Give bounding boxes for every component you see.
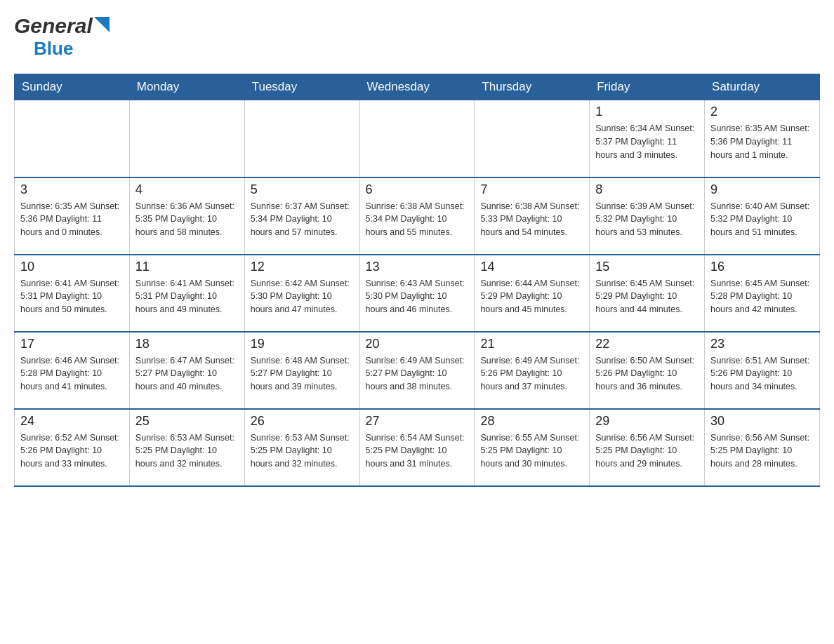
day-info: Sunrise: 6:44 AM Sunset: 5:29 PM Dayligh…: [480, 277, 583, 316]
day-number: 23: [710, 337, 814, 351]
col-header-wednesday: Wednesday: [359, 74, 475, 100]
day-info: Sunrise: 6:41 AM Sunset: 5:31 PM Dayligh…: [20, 277, 124, 316]
day-cell: 11Sunrise: 6:41 AM Sunset: 5:31 PM Dayli…: [129, 255, 244, 332]
day-number: 3: [20, 182, 124, 197]
day-info: Sunrise: 6:39 AM Sunset: 5:32 PM Dayligh…: [595, 200, 699, 239]
day-cell: 18Sunrise: 6:47 AM Sunset: 5:27 PM Dayli…: [129, 332, 244, 409]
day-cell: 25Sunrise: 6:53 AM Sunset: 5:25 PM Dayli…: [129, 409, 244, 486]
day-cell: 16Sunrise: 6:45 AM Sunset: 5:28 PM Dayli…: [705, 255, 820, 332]
week-row-5: 24Sunrise: 6:52 AM Sunset: 5:26 PM Dayli…: [15, 409, 820, 486]
day-cell: 29Sunrise: 6:56 AM Sunset: 5:25 PM Dayli…: [590, 409, 705, 486]
day-cell: 6Sunrise: 6:38 AM Sunset: 5:34 PM Daylig…: [359, 177, 475, 255]
day-info: Sunrise: 6:45 AM Sunset: 5:28 PM Dayligh…: [710, 277, 814, 316]
day-number: 24: [20, 414, 124, 429]
day-info: Sunrise: 6:34 AM Sunset: 5:37 PM Dayligh…: [595, 122, 699, 161]
day-info: Sunrise: 6:38 AM Sunset: 5:33 PM Dayligh…: [480, 200, 583, 239]
day-cell: 27Sunrise: 6:54 AM Sunset: 5:25 PM Dayli…: [359, 409, 475, 486]
day-cell: [244, 100, 359, 177]
day-number: 25: [135, 414, 239, 429]
day-number: 27: [366, 414, 469, 429]
day-number: 11: [135, 260, 239, 274]
day-cell: [129, 100, 244, 177]
col-header-sunday: Sunday: [15, 74, 130, 100]
day-info: Sunrise: 6:36 AM Sunset: 5:35 PM Dayligh…: [135, 200, 239, 239]
day-number: 5: [251, 182, 354, 197]
day-info: Sunrise: 6:53 AM Sunset: 5:25 PM Dayligh…: [135, 431, 239, 471]
day-info: Sunrise: 6:50 AM Sunset: 5:26 PM Dayligh…: [595, 354, 699, 394]
day-cell: 20Sunrise: 6:49 AM Sunset: 5:27 PM Dayli…: [359, 332, 475, 409]
day-info: Sunrise: 6:48 AM Sunset: 5:27 PM Dayligh…: [251, 354, 354, 394]
day-number: 30: [710, 414, 814, 429]
day-number: 10: [20, 260, 124, 274]
day-cell: 30Sunrise: 6:56 AM Sunset: 5:25 PM Dayli…: [705, 409, 820, 486]
day-info: Sunrise: 6:41 AM Sunset: 5:31 PM Dayligh…: [135, 277, 239, 316]
day-info: Sunrise: 6:56 AM Sunset: 5:25 PM Dayligh…: [595, 431, 699, 471]
week-row-4: 17Sunrise: 6:46 AM Sunset: 5:28 PM Dayli…: [15, 332, 820, 409]
col-header-monday: Monday: [129, 74, 244, 100]
calendar-header-row: SundayMondayTuesdayWednesdayThursdayFrid…: [15, 74, 820, 100]
day-cell: [15, 100, 130, 177]
day-cell: 14Sunrise: 6:44 AM Sunset: 5:29 PM Dayli…: [475, 255, 590, 332]
day-cell: 28Sunrise: 6:55 AM Sunset: 5:25 PM Dayli…: [475, 409, 590, 486]
day-cell: 22Sunrise: 6:50 AM Sunset: 5:26 PM Dayli…: [590, 332, 705, 409]
day-number: 17: [20, 337, 124, 351]
day-info: Sunrise: 6:49 AM Sunset: 5:26 PM Dayligh…: [480, 354, 583, 394]
day-cell: 21Sunrise: 6:49 AM Sunset: 5:26 PM Dayli…: [475, 332, 590, 409]
day-cell: 13Sunrise: 6:43 AM Sunset: 5:30 PM Dayli…: [359, 255, 475, 332]
logo: General Blue: [14, 14, 110, 60]
day-number: 29: [595, 414, 699, 429]
col-header-friday: Friday: [590, 74, 705, 100]
svg-marker-0: [94, 17, 110, 32]
day-number: 2: [710, 105, 814, 119]
day-cell: [359, 100, 475, 177]
day-number: 7: [480, 182, 583, 197]
day-cell: 17Sunrise: 6:46 AM Sunset: 5:28 PM Dayli…: [15, 332, 130, 409]
day-number: 12: [251, 260, 354, 274]
day-number: 9: [710, 182, 814, 197]
day-info: Sunrise: 6:43 AM Sunset: 5:30 PM Dayligh…: [366, 277, 469, 316]
day-number: 4: [135, 182, 239, 197]
day-number: 28: [480, 414, 583, 429]
day-number: 22: [595, 337, 699, 351]
day-info: Sunrise: 6:47 AM Sunset: 5:27 PM Dayligh…: [135, 354, 239, 394]
day-info: Sunrise: 6:45 AM Sunset: 5:29 PM Dayligh…: [595, 277, 699, 316]
page-header: General Blue: [14, 14, 820, 60]
day-info: Sunrise: 6:38 AM Sunset: 5:34 PM Dayligh…: [366, 200, 469, 239]
day-cell: 3Sunrise: 6:35 AM Sunset: 5:36 PM Daylig…: [15, 177, 130, 255]
day-info: Sunrise: 6:37 AM Sunset: 5:34 PM Dayligh…: [251, 200, 354, 239]
day-info: Sunrise: 6:49 AM Sunset: 5:27 PM Dayligh…: [366, 354, 469, 394]
day-info: Sunrise: 6:35 AM Sunset: 5:36 PM Dayligh…: [20, 200, 124, 239]
day-number: 15: [595, 260, 699, 274]
day-number: 21: [480, 337, 583, 351]
day-cell: 5Sunrise: 6:37 AM Sunset: 5:34 PM Daylig…: [244, 177, 359, 255]
day-number: 19: [251, 337, 354, 351]
day-number: 20: [366, 337, 469, 351]
day-info: Sunrise: 6:40 AM Sunset: 5:32 PM Dayligh…: [710, 200, 814, 239]
day-cell: 1Sunrise: 6:34 AM Sunset: 5:37 PM Daylig…: [590, 100, 705, 177]
day-cell: 12Sunrise: 6:42 AM Sunset: 5:30 PM Dayli…: [244, 255, 359, 332]
day-info: Sunrise: 6:53 AM Sunset: 5:25 PM Dayligh…: [251, 431, 354, 471]
day-info: Sunrise: 6:52 AM Sunset: 5:26 PM Dayligh…: [20, 431, 124, 471]
day-cell: 15Sunrise: 6:45 AM Sunset: 5:29 PM Dayli…: [590, 255, 705, 332]
day-info: Sunrise: 6:56 AM Sunset: 5:25 PM Dayligh…: [710, 431, 814, 471]
week-row-1: 1Sunrise: 6:34 AM Sunset: 5:37 PM Daylig…: [15, 100, 820, 177]
logo-blue-text: Blue: [34, 38, 73, 60]
day-cell: 4Sunrise: 6:36 AM Sunset: 5:35 PM Daylig…: [129, 177, 244, 255]
day-info: Sunrise: 6:54 AM Sunset: 5:25 PM Dayligh…: [366, 431, 469, 471]
calendar-table: SundayMondayTuesdayWednesdayThursdayFrid…: [14, 74, 820, 487]
day-number: 26: [251, 414, 354, 429]
day-info: Sunrise: 6:42 AM Sunset: 5:30 PM Dayligh…: [251, 277, 354, 316]
day-cell: 2Sunrise: 6:35 AM Sunset: 5:36 PM Daylig…: [705, 100, 820, 177]
day-info: Sunrise: 6:55 AM Sunset: 5:25 PM Dayligh…: [480, 431, 583, 471]
day-cell: 24Sunrise: 6:52 AM Sunset: 5:26 PM Dayli…: [15, 409, 130, 486]
day-number: 14: [480, 260, 583, 274]
logo-general-text: General: [14, 14, 93, 38]
day-info: Sunrise: 6:35 AM Sunset: 5:36 PM Dayligh…: [710, 122, 814, 161]
day-number: 1: [595, 105, 699, 119]
day-number: 18: [135, 337, 239, 351]
day-cell: 23Sunrise: 6:51 AM Sunset: 5:26 PM Dayli…: [705, 332, 820, 409]
day-cell: 8Sunrise: 6:39 AM Sunset: 5:32 PM Daylig…: [590, 177, 705, 255]
week-row-2: 3Sunrise: 6:35 AM Sunset: 5:36 PM Daylig…: [15, 177, 820, 255]
day-number: 8: [595, 182, 699, 197]
day-cell: 10Sunrise: 6:41 AM Sunset: 5:31 PM Dayli…: [15, 255, 130, 332]
